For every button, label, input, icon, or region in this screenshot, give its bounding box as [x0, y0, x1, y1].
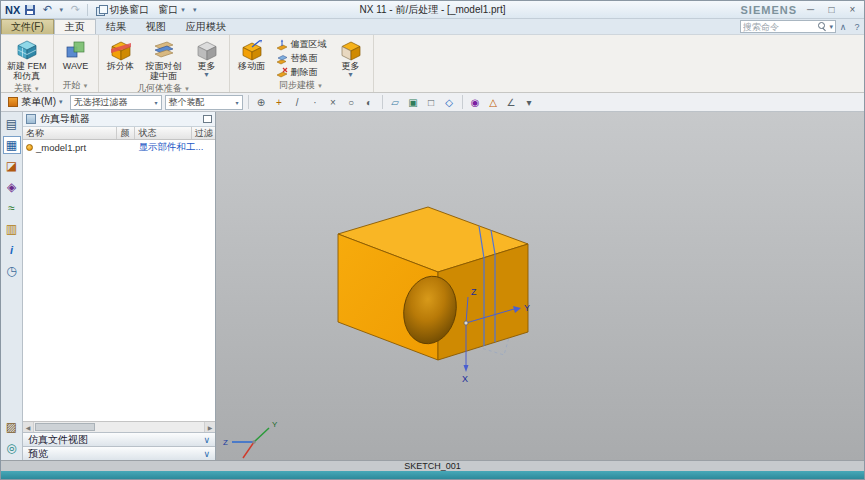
wave-button[interactable]: WAVE: [56, 36, 96, 79]
minimize-button[interactable]: ─: [803, 4, 818, 15]
web-browser-icon[interactable]: i: [3, 241, 21, 259]
chart-viewer-icon[interactable]: ▥: [3, 220, 21, 238]
chevron-down-icon: ▼: [184, 86, 190, 92]
tab-results[interactable]: 结果: [96, 19, 136, 34]
more-sync-icon: [340, 39, 362, 61]
shaded-edges-icon[interactable]: ▣: [406, 95, 421, 110]
replace-face-button[interactable]: 替换面: [273, 52, 330, 65]
switch-window-button[interactable]: 切换窗口: [93, 3, 152, 17]
part-status-link[interactable]: 显示部件和工...: [138, 141, 203, 154]
tab-view[interactable]: 视图: [136, 19, 176, 34]
siemens-logo: SIEMENS: [740, 4, 797, 16]
search-dropdown-icon[interactable]: ▾: [829, 23, 833, 31]
move-face-button[interactable]: 移动面: [232, 36, 272, 79]
ribbon-group-synchronous-modeling: 移动面 偏置区域: [230, 35, 374, 92]
post-navigator-icon[interactable]: ◪: [3, 157, 21, 175]
selection-scope-value: 整个装配: [169, 96, 205, 109]
scrollbar-thumb[interactable]: [35, 423, 95, 431]
section-label: 仿真文件视图: [28, 433, 203, 447]
column-header-status[interactable]: 状态: [135, 127, 192, 139]
measure-angle-icon[interactable]: ∠: [504, 95, 519, 110]
save-button[interactable]: [23, 3, 37, 17]
column-header-name[interactable]: 名称: [23, 127, 117, 139]
new-fem-simulation-button[interactable]: 新建 FEM 和仿真: [3, 36, 51, 82]
section-preview[interactable]: 预览 ∨: [23, 446, 215, 460]
ribbon: 新建 FEM 和仿真 关联 ▼ WAVE 开始: [1, 35, 864, 93]
snap-point-icon[interactable]: +: [272, 95, 287, 110]
horizontal-scrollbar[interactable]: ◀ ▶: [23, 421, 215, 432]
close-button[interactable]: ×: [845, 4, 860, 15]
tab-application[interactable]: 应用模块: [176, 19, 236, 34]
button-label: 按面对创: [146, 61, 182, 71]
undo-dropdown-icon[interactable]: ▾: [57, 3, 65, 17]
window-menu-button[interactable]: 窗口 ▾: [155, 3, 188, 17]
triad-y-label: Y: [272, 420, 278, 429]
navigator-tree[interactable]: _model1.prt 显示部件和工...: [23, 140, 215, 421]
column-header-filter[interactable]: 过滤: [192, 127, 215, 139]
arc-center-snap-icon[interactable]: ○: [344, 95, 359, 110]
chevron-down-icon: ▼: [317, 83, 323, 89]
midsurface-by-face-pairs-button[interactable]: 按面对创 建中面: [142, 36, 186, 82]
show-hide-icon[interactable]: ◉: [468, 95, 483, 110]
qat-customize-icon[interactable]: ▾: [191, 3, 199, 17]
selection-scope-icon[interactable]: ⊕: [254, 95, 269, 110]
xy-function-icon[interactable]: ≈: [3, 199, 21, 217]
button-label: 新建 FEM: [7, 61, 47, 71]
solid-body[interactable]: [338, 207, 528, 360]
datum-plane-icon[interactable]: ▱: [388, 95, 403, 110]
column-header-color[interactable]: 颜: [117, 127, 135, 139]
search-input[interactable]: [743, 22, 816, 32]
assembly-navigator-icon[interactable]: ▤: [3, 115, 21, 133]
menu-button[interactable]: 菜单(M) ▾: [4, 94, 67, 110]
group-label-start[interactable]: 开始 ▼: [56, 79, 96, 92]
button-label: 更多: [342, 61, 360, 71]
more-geometry-button[interactable]: 更多 ▼: [187, 36, 227, 82]
materials-icon[interactable]: ▨: [3, 418, 21, 436]
minimize-ribbon-icon[interactable]: ∧: [836, 22, 850, 32]
history-icon[interactable]: ◷: [3, 262, 21, 280]
group-label-text: 开始: [63, 79, 81, 92]
quadrant-snap-icon[interactable]: ◐: [362, 95, 377, 110]
more-sync-button[interactable]: 更多 ▼: [331, 36, 371, 79]
switch-window-icon: [96, 5, 106, 14]
tab-home[interactable]: 主页: [54, 19, 96, 34]
nx-window: NX 11 - 前/后处理 - [_model1.prt] NX ↶ ▾ ↷ 切…: [0, 0, 865, 480]
search-icon[interactable]: [818, 22, 827, 32]
offset-region-button[interactable]: 偏置区域: [273, 38, 330, 51]
tab-file[interactable]: 文件(F): [1, 19, 54, 34]
midpoint-snap-icon[interactable]: ·: [308, 95, 323, 110]
undock-panel-icon[interactable]: [203, 115, 212, 123]
help-icon[interactable]: ?: [850, 22, 864, 32]
section-simulation-file-view[interactable]: 仿真文件视图 ∨: [23, 432, 215, 446]
maximize-button[interactable]: □: [824, 4, 839, 15]
button-label: 和仿真: [13, 71, 40, 81]
command-search[interactable]: ▾: [740, 20, 836, 33]
orient-view-icon[interactable]: ◇: [442, 95, 457, 110]
group-label-synchronous-modeling[interactable]: 同步建模 ▼: [232, 79, 371, 92]
intersection-snap-icon[interactable]: ×: [326, 95, 341, 110]
selection-filter-dropdown[interactable]: 无选择过滤器 ▾: [70, 95, 162, 110]
switch-window-label: 切换窗口: [109, 3, 149, 17]
selection-scope-dropdown[interactable]: 整个装配 ▾: [165, 95, 243, 110]
simulation-navigator-icon[interactable]: ▦: [3, 136, 21, 154]
scroll-left-icon[interactable]: ◀: [23, 422, 34, 432]
scroll-right-icon[interactable]: ▶: [204, 422, 215, 432]
split-body-button[interactable]: 拆分体: [101, 36, 141, 82]
model-canvas[interactable]: X Y Z Y X Z: [216, 112, 864, 460]
section-label: 预览: [28, 447, 203, 461]
redo-button[interactable]: ↷: [68, 3, 82, 17]
gallery-more-icon[interactable]: ▾: [522, 95, 537, 110]
wireframe-icon[interactable]: □: [424, 95, 439, 110]
delete-face-button[interactable]: 删除面: [273, 66, 330, 79]
button-label: 拆分体: [107, 61, 134, 71]
roles-icon[interactable]: ◎: [3, 439, 21, 457]
move-object-icon[interactable]: △: [486, 95, 501, 110]
undo-button[interactable]: ↶: [40, 3, 54, 17]
tree-row-model1[interactable]: _model1.prt 显示部件和工...: [23, 140, 215, 154]
triad-z-label: Z: [223, 438, 228, 447]
part-name: _model1.prt: [36, 142, 86, 153]
hd3d-tools-icon[interactable]: ◈: [3, 178, 21, 196]
endpoint-snap-icon[interactable]: /: [290, 95, 305, 110]
graphics-viewport[interactable]: X Y Z Y X Z: [216, 112, 864, 460]
button-label: 偏置区域: [291, 38, 327, 51]
